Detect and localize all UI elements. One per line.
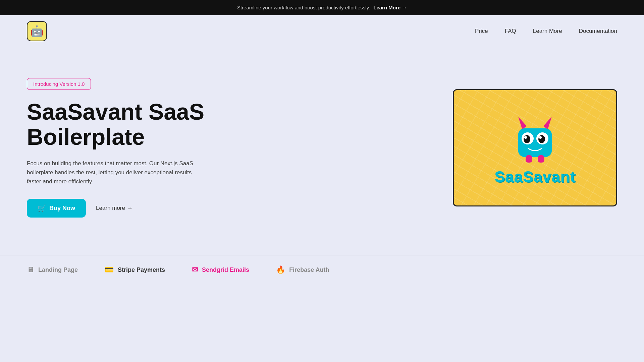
hero-right: SaaSavant [453,89,617,206]
hero-left: Introducing Version 1.0 SaaSavant SaaS B… [27,78,204,218]
sendgrid-icon: ✉ [192,265,198,274]
nav-price[interactable]: Price [475,28,488,35]
feature-stripe: 💳 Stripe Payments [105,265,165,274]
feature-firebase: 🔥 Firebase Auth [276,265,329,274]
brand-text-image: SaaSavant [494,168,576,186]
announcement-bar: Streamline your workflow and boost produ… [0,0,644,15]
hero-title: SaaSavant SaaS Boilerplate [27,99,204,149]
feature-landing: 🖥 Landing Page [27,265,78,274]
svg-marker-1 [518,117,527,129]
learn-more-link[interactable]: Learn more → [96,205,133,212]
svg-point-8 [539,136,542,139]
stripe-icon: 💳 [105,265,114,274]
logo[interactable]: 🤖 [27,21,47,41]
svg-rect-10 [538,155,544,163]
announcement-learn-more[interactable]: Learn More → [373,5,407,10]
feature-sendgrid-label: Sendgrid Emails [202,266,249,274]
buy-now-button[interactable]: 🛒 Buy Now [27,199,86,218]
features-bar: 🖥 Landing Page 💳 Stripe Payments ✉ Sendg… [0,255,644,284]
svg-point-5 [524,135,530,143]
feature-landing-label: Landing Page [38,266,78,274]
announcement-text: Streamline your workflow and boost produ… [237,5,370,10]
nav-documentation[interactable]: Documentation [579,28,617,35]
svg-rect-9 [526,155,532,163]
nav-faq[interactable]: FAQ [505,28,516,35]
feature-firebase-label: Firebase Auth [289,266,329,274]
logo-icon: 🤖 [30,25,44,38]
hero-actions: 🛒 Buy Now Learn more → [27,199,204,218]
landing-icon: 🖥 [27,265,34,274]
feature-stripe-label: Stripe Payments [118,266,165,274]
svg-point-7 [524,136,527,139]
svg-rect-0 [518,128,552,157]
monster-illustration [508,110,562,164]
hero-section: Introducing Version 1.0 SaaSavant SaaS B… [0,47,644,255]
navbar: 🤖 Price FAQ Learn More Documentation [0,15,644,47]
nav-learn-more[interactable]: Learn More [533,28,562,35]
firebase-icon: 🔥 [276,265,285,274]
version-badge: Introducing Version 1.0 [27,78,91,90]
hero-image: SaaSavant [453,89,617,206]
nav-links: Price FAQ Learn More Documentation [475,28,617,35]
feature-sendgrid: ✉ Sendgrid Emails [192,265,249,274]
svg-marker-2 [543,117,552,129]
buy-icon: 🛒 [38,204,46,212]
hero-description: Focus on building the features that matt… [27,159,195,186]
svg-point-6 [538,135,545,143]
